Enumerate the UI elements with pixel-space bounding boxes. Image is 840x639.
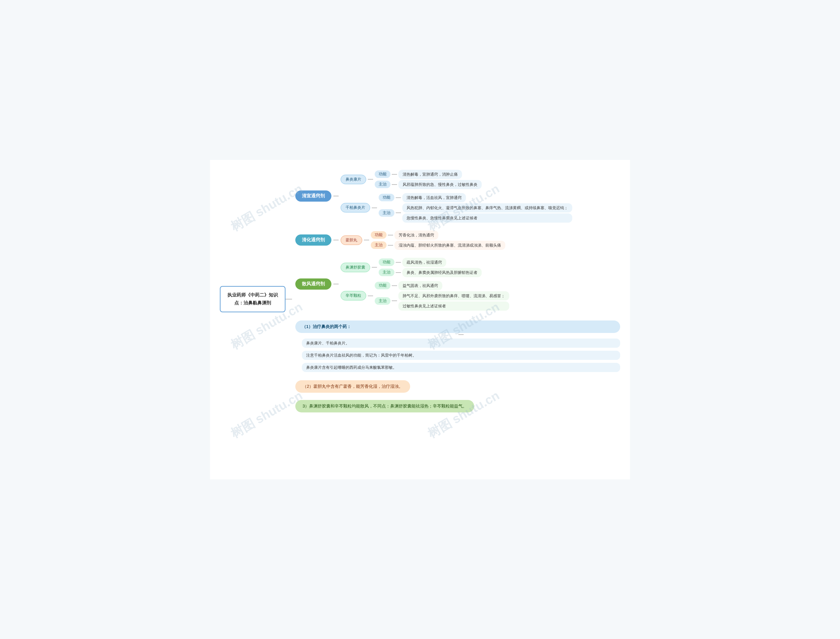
conn-b1c1 <box>368 179 373 180</box>
treat3-content: 湿浊内蕴、胆经郁火所致的鼻塞、流清涕或浊涕、前额头痛 <box>395 241 505 250</box>
dash4 <box>396 213 401 213</box>
dash9 <box>392 285 397 286</box>
sub-xinqin: 辛芩颗粒 功能 益气固表，祛风通窍 主治 <box>341 281 620 311</box>
note1-item1: 鼻炎康片、千柏鼻炎片。 <box>302 339 620 348</box>
b1c2-leaves: 功能 清热解毒，活血祛风，宣肺通窍 主治 风热犯肺、内郁化火、凝滞气血所致的鼻塞… <box>379 193 572 223</box>
treat3-label: 主治 <box>371 242 387 249</box>
note2-box: （2）藿胆丸中含有广藿香，能芳香化湿，治疗湿浊。 <box>295 380 410 393</box>
conn-b1c2 <box>372 208 377 208</box>
treat2-content2: 急慢性鼻炎、急慢性鼻窦炎见上述证候者 <box>402 213 572 223</box>
note1-label: （1）治疗鼻炎的两个药： <box>302 324 351 330</box>
l2-biyuanshu: 鼻渊舒胶囊 <box>341 263 370 272</box>
l2-qianbai: 千柏鼻炎片 <box>341 203 370 213</box>
b3c2-leaves: 功能 益气固表，祛风通窍 主治 肺气不足、风邪外袭所致的鼻痒、喷嚏、流清涕、易感… <box>375 281 509 311</box>
sub-qianbai: 千柏鼻炎片 功能 清热解毒，活血祛风，宣肺通窍 主治 <box>341 193 620 223</box>
func4-label: 功能 <box>379 258 395 266</box>
branch-note3: 3）鼻渊舒胶囊和辛芩颗粒均能散风，不同点：鼻渊舒胶囊能祛湿热；辛芩颗粒能益气。 <box>295 400 620 412</box>
treat2-label: 主治 <box>379 209 395 217</box>
note1-conn <box>458 334 464 335</box>
branch-sanfeng: 散风通窍剂 鼻渊舒胶囊 功能 疏风清热，祛湿通窍 <box>295 258 620 311</box>
treat-content: 风邪蕴肺所致的急、慢性鼻炎，过敏性鼻炎 <box>398 180 482 189</box>
conn-b3c2 <box>368 296 373 296</box>
dash10 <box>392 300 397 301</box>
treat2-content1: 风热犯肺、内郁化火、凝滞气血所致的鼻塞、鼻痒气热、流涕黄稠、或持续鼻塞、嗅觉迟钝… <box>402 203 572 213</box>
note3-box: 3）鼻渊舒胶囊和辛芩颗粒均能散风，不同点：鼻渊舒胶囊能祛湿热；辛芩颗粒能益气。 <box>295 400 474 412</box>
treat5-label: 主治 <box>375 297 390 305</box>
b1c1-leaves: 功能 清热解毒，宣肺通窍，消肿止痛 主治 风邪蕴肺所致的急、慢性鼻炎，过敏性鼻炎 <box>375 170 482 189</box>
mindmap-tree: 执业药师《中药二》知识点：治鼻鼽鼻渊剂 清宣通窍剂 鼻炎康片 功能 <box>220 170 620 412</box>
l2-biyanpian: 鼻炎康片 <box>341 175 366 184</box>
dash3 <box>396 197 401 198</box>
func3-content: 芳香化浊，清热通窍 <box>395 230 438 240</box>
branch-note2: （2）藿胆丸中含有广藿香，能芳香化湿，治疗湿浊。 <box>295 380 620 393</box>
main-canvas: 树图 shutu.cn 树图 shutu.cn 树图 shutu.cn 树图 s… <box>210 160 630 479</box>
treat4-label: 主治 <box>379 269 395 276</box>
root-connector <box>285 299 292 299</box>
treat-label: 主治 <box>375 181 390 188</box>
branch-note1: （1）治疗鼻炎的两个药： 鼻炎康片、千柏鼻炎片。 注意千柏鼻炎片活血祛风的功能，… <box>295 321 620 373</box>
l1-qinghua: 清化通窍剂 <box>295 234 331 246</box>
b3c2-treat-children: 肺气不足、风邪外袭所致的鼻痒、喷嚏、流清涕、易感冒； 过敏性鼻炎见上述证候者 <box>398 291 509 311</box>
func2-content: 清热解毒，活血祛风，宣肺通窍 <box>402 193 466 202</box>
b1c2-treat-children: 风热犯肺、内郁化火、凝滞气血所致的鼻塞、鼻痒气热、流涕黄稠、或持续鼻塞、嗅觉迟钝… <box>402 203 572 223</box>
note1-header: （1）治疗鼻炎的两个药： <box>295 321 620 333</box>
l1-sanfeng: 散风通窍剂 <box>295 278 331 289</box>
note1-content: （1）治疗鼻炎的两个药： 鼻炎康片、千柏鼻炎片。 注意千柏鼻炎片活血祛风的功能，… <box>295 321 620 373</box>
conn-b3 <box>333 284 339 285</box>
leaf-b2c1-treat: 主治 湿浊内蕴、胆经郁火所致的鼻塞、流清涕或浊涕、前额头痛 <box>371 241 505 250</box>
leaf-b1c1-func: 功能 清热解毒，宣肺通窍，消肿止痛 <box>375 170 482 179</box>
dash7 <box>396 262 401 263</box>
b3c1-leaves: 功能 疏风清热，祛湿通窍 主治 鼻炎、鼻窦炎属肺经风热及胆腑郁热证者 <box>379 258 482 277</box>
treat5-content1: 肺气不足、风邪外袭所致的鼻痒、喷嚏、流清涕、易感冒； <box>398 291 509 300</box>
l2-xinqin: 辛芩颗粒 <box>341 291 366 300</box>
conn-b2 <box>333 240 339 240</box>
leaf-b3c2-treat: 主治 肺气不足、风邪外袭所致的鼻痒、喷嚏、流清涕、易感冒； 过敏性鼻炎见上述证候… <box>375 291 509 311</box>
func3-label: 功能 <box>371 231 387 239</box>
func4-content: 疏风清热，祛湿通窍 <box>402 258 446 267</box>
leaf-b2c1-func: 功能 芳香化浊，清热通窍 <box>371 230 505 240</box>
treat5-content2: 过敏性鼻炎见上述证候者 <box>398 302 509 311</box>
l2-huodan: 藿胆丸 <box>341 235 362 245</box>
l1-qingxuan: 清宣通窍剂 <box>295 191 331 202</box>
func5-content: 益气固表，祛风通窍 <box>398 281 442 290</box>
b1-children: 鼻炎康片 功能 清热解毒，宣肺通窍，消肿止痛 主治 风邪蕴肺所 <box>341 170 620 223</box>
sub-biyuanshu: 鼻渊舒胶囊 功能 疏风清热，祛湿通窍 主治 鼻炎、鼻窦炎属肺经 <box>341 258 620 277</box>
dash5 <box>388 235 393 235</box>
note1-items: 鼻炎康片、千柏鼻炎片。 注意千柏鼻炎片活血祛风的功能，简记为：风雷中的千年柏树。… <box>295 337 620 373</box>
func-content: 清热解毒，宣肺通窍，消肿止痛 <box>398 170 462 179</box>
func5-label: 功能 <box>375 282 390 289</box>
b3-children: 鼻渊舒胶囊 功能 疏风清热，祛湿通窍 主治 鼻炎、鼻窦炎属肺经 <box>341 258 620 311</box>
root-node: 执业药师《中药二》知识点：治鼻鼽鼻渊剂 <box>220 286 292 312</box>
leaf-b1c1-treat: 主治 风邪蕴肺所致的急、慢性鼻炎，过敏性鼻炎 <box>375 180 482 189</box>
note1-item2: 注意千柏鼻炎片活血祛风的功能，简记为：风雷中的千年柏树。 <box>302 351 620 360</box>
leaf-b1c2-func: 功能 清热解毒，活血祛风，宣肺通窍 <box>379 193 572 202</box>
leaf-b3c1-func: 功能 疏风清热，祛湿通窍 <box>379 258 482 267</box>
leaf-b3c2-func: 功能 益气固表，祛风通窍 <box>375 281 509 290</box>
dash8 <box>396 272 401 273</box>
leaf-b1c2-treat: 主治 风热犯肺、内郁化火、凝滞气血所致的鼻塞、鼻痒气热、流涕黄稠、或持续鼻塞、嗅… <box>379 203 572 223</box>
branch-qinghua: 清化通窍剂 藿胆丸 功能 芳香化浊，清热通窍 <box>295 230 620 250</box>
conn-b3c1 <box>372 267 377 268</box>
conn-b2c1 <box>364 240 369 240</box>
all-branches: 清宣通窍剂 鼻炎康片 功能 清热解毒，宣肺通窍，消肿止痛 <box>292 170 620 412</box>
dash1 <box>392 174 397 175</box>
b2c1-leaves: 功能 芳香化浊，清热通窍 主治 湿浊内蕴、胆经郁火所致的鼻塞、流清涕或浊涕、前额… <box>371 230 505 250</box>
leaf-b3c1-treat: 主治 鼻炎、鼻窦炎属肺经风热及胆腑郁热证者 <box>379 268 482 277</box>
note1-item3: 鼻炎康片含有引起嗜睡的西药成分马来酸氯苯那敏。 <box>302 363 620 372</box>
conn-b1 <box>333 196 339 196</box>
func2-label: 功能 <box>379 194 395 201</box>
b2-children: 藿胆丸 功能 芳香化浊，清热通窍 主治 湿浊内蕴、胆经郁火所致 <box>341 230 620 250</box>
dash2 <box>392 184 397 185</box>
branch-qingxuan: 清宣通窍剂 鼻炎康片 功能 清热解毒，宣肺通窍，消肿止痛 <box>295 170 620 223</box>
treat4-content: 鼻炎、鼻窦炎属肺经风热及胆腑郁热证者 <box>402 268 482 277</box>
sub-huodan: 藿胆丸 功能 芳香化浊，清热通窍 主治 湿浊内蕴、胆经郁火所致 <box>341 230 620 250</box>
root-label: 执业药师《中药二》知识点：治鼻鼽鼻渊剂 <box>220 286 285 312</box>
dash6 <box>388 245 393 246</box>
sub-biyanpian: 鼻炎康片 功能 清热解毒，宣肺通窍，消肿止痛 主治 风邪蕴肺所 <box>341 170 620 189</box>
func-label: 功能 <box>375 170 390 178</box>
